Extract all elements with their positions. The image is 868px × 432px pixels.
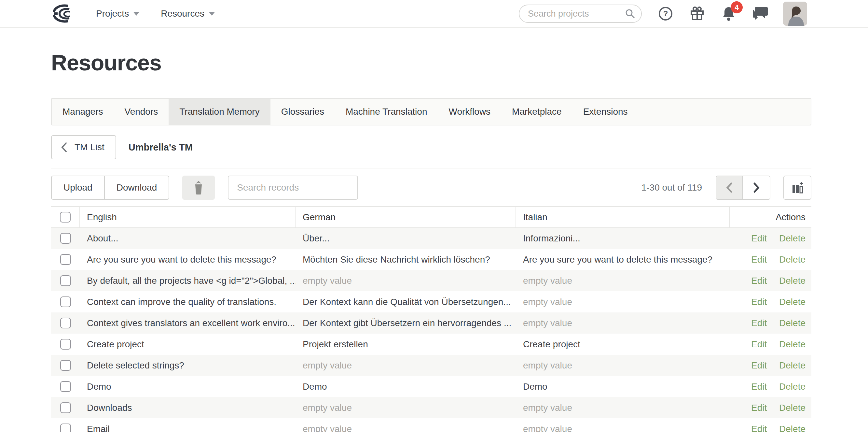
german-cell: Der Kontext gibt Übersetzern ein hervorr…: [296, 318, 516, 328]
row-checkbox-cell: [51, 402, 80, 413]
delete-link[interactable]: Delete: [779, 276, 806, 286]
german-cell: Der Kontext kann die Qualität von Überse…: [296, 297, 516, 307]
notifications-button[interactable]: 4: [721, 6, 736, 22]
italian-cell: empty value: [516, 360, 730, 371]
tab-workflows[interactable]: Workflows: [438, 99, 501, 125]
table-row: Email empty value empty value Edit Delet…: [51, 418, 811, 432]
edit-link[interactable]: Edit: [751, 276, 767, 286]
italian-cell: empty value: [516, 276, 730, 286]
row-checkbox[interactable]: [60, 233, 71, 244]
tab-vendors[interactable]: Vendors: [114, 99, 169, 125]
delete-link[interactable]: Delete: [779, 233, 806, 243]
row-actions-cell: Edit Delete: [730, 233, 811, 244]
tab-marketplace[interactable]: Marketplace: [501, 99, 572, 125]
tab-machine-translation[interactable]: Machine Translation: [335, 99, 438, 125]
italian-cell: empty value: [516, 297, 730, 307]
edit-link[interactable]: Edit: [751, 339, 767, 349]
page-title: Resources: [51, 50, 811, 75]
row-checkbox-cell: [51, 318, 80, 328]
projects-search-input[interactable]: [527, 8, 625, 19]
row-checkbox-cell: [51, 296, 80, 307]
delete-link[interactable]: Delete: [779, 381, 806, 392]
previous-page-button[interactable]: [716, 176, 743, 199]
gift-icon: [689, 6, 705, 22]
table-row: Delete selected strings? empty value emp…: [51, 355, 811, 376]
search-icon: [625, 8, 635, 19]
italian-cell: empty value: [516, 318, 730, 328]
trash-icon: [193, 181, 205, 195]
row-checkbox-cell: [51, 424, 80, 432]
column-header-italian: Italian: [516, 207, 730, 227]
delete-link[interactable]: Delete: [779, 297, 806, 307]
table-row: By default, all the projects have <g id=…: [51, 270, 811, 291]
row-checkbox[interactable]: [60, 360, 71, 371]
download-button[interactable]: Download: [105, 176, 169, 200]
resources-menu[interactable]: Resources: [161, 8, 215, 19]
columns-settings-button[interactable]: [783, 176, 811, 200]
pagination-controls: [716, 176, 770, 200]
records-search-input[interactable]: [228, 176, 358, 200]
tab-glossaries[interactable]: Glossaries: [271, 99, 335, 125]
delete-link[interactable]: Delete: [779, 424, 806, 432]
delete-link[interactable]: Delete: [779, 254, 806, 264]
resources-menu-label: Resources: [161, 8, 205, 19]
table-header-row: English German Italian Actions: [51, 207, 811, 228]
delete-link[interactable]: Delete: [779, 403, 806, 413]
row-actions-cell: Edit Delete: [730, 403, 811, 413]
app-logo-icon[interactable]: [51, 4, 78, 24]
edit-link[interactable]: Edit: [751, 403, 767, 413]
next-page-button[interactable]: [743, 176, 770, 199]
delete-link[interactable]: Delete: [779, 339, 806, 349]
row-checkbox[interactable]: [60, 318, 71, 328]
select-all-checkbox[interactable]: [60, 212, 71, 223]
tab-extensions[interactable]: Extensions: [572, 99, 639, 125]
row-checkbox[interactable]: [60, 381, 71, 392]
row-checkbox[interactable]: [60, 254, 71, 265]
user-avatar[interactable]: [783, 2, 807, 26]
projects-menu[interactable]: Projects: [96, 8, 139, 19]
tab-managers[interactable]: Managers: [52, 99, 114, 125]
tab-translation-memory[interactable]: Translation Memory: [168, 99, 270, 125]
select-all-cell: [51, 207, 80, 227]
edit-link[interactable]: Edit: [751, 381, 767, 392]
row-checkbox[interactable]: [60, 339, 71, 350]
row-checkbox[interactable]: [60, 402, 71, 413]
row-checkbox-cell: [51, 233, 80, 244]
row-checkbox-cell: [51, 339, 80, 350]
delete-link[interactable]: Delete: [779, 318, 806, 328]
row-checkbox[interactable]: [60, 296, 71, 307]
upload-download-group: Upload Download: [51, 176, 169, 200]
delete-link[interactable]: Delete: [779, 360, 806, 370]
table-row: Are you sure you want to delete this mes…: [51, 249, 811, 270]
edit-link[interactable]: Edit: [751, 318, 767, 328]
delete-selected-button[interactable]: [182, 176, 215, 200]
edit-link[interactable]: Edit: [751, 360, 767, 370]
chevron-right-icon: [753, 182, 760, 193]
row-checkbox[interactable]: [60, 275, 71, 286]
edit-link[interactable]: Edit: [751, 297, 767, 307]
row-checkbox-cell: [51, 360, 80, 371]
columns-plus-icon: [791, 181, 804, 194]
gift-button[interactable]: [689, 6, 705, 22]
italian-cell: Are you sure you want to delete this mes…: [516, 254, 730, 265]
german-cell: Projekt erstellen: [296, 339, 516, 350]
messages-button[interactable]: [752, 6, 768, 21]
tm-list-back-button[interactable]: TM List: [51, 135, 116, 159]
table-body: About... Über... Informazioni... Edit De…: [51, 228, 811, 432]
english-cell: By default, all the projects have <g id=…: [80, 276, 296, 286]
edit-link[interactable]: Edit: [751, 424, 767, 432]
row-actions-cell: Edit Delete: [730, 297, 811, 307]
edit-link[interactable]: Edit: [751, 254, 767, 264]
edit-link[interactable]: Edit: [751, 233, 767, 243]
projects-menu-label: Projects: [96, 8, 129, 19]
row-checkbox[interactable]: [60, 424, 71, 432]
chevron-down-icon: [209, 12, 215, 16]
help-icon: ?: [658, 6, 673, 21]
chevron-left-icon: [61, 142, 67, 152]
upload-button[interactable]: Upload: [51, 176, 105, 200]
help-button[interactable]: ?: [658, 6, 673, 21]
column-header-german: German: [296, 207, 516, 227]
english-cell: Context gives translators an excellent w…: [80, 318, 296, 328]
svg-text:?: ?: [663, 9, 668, 18]
italian-cell: empty value: [516, 403, 730, 413]
